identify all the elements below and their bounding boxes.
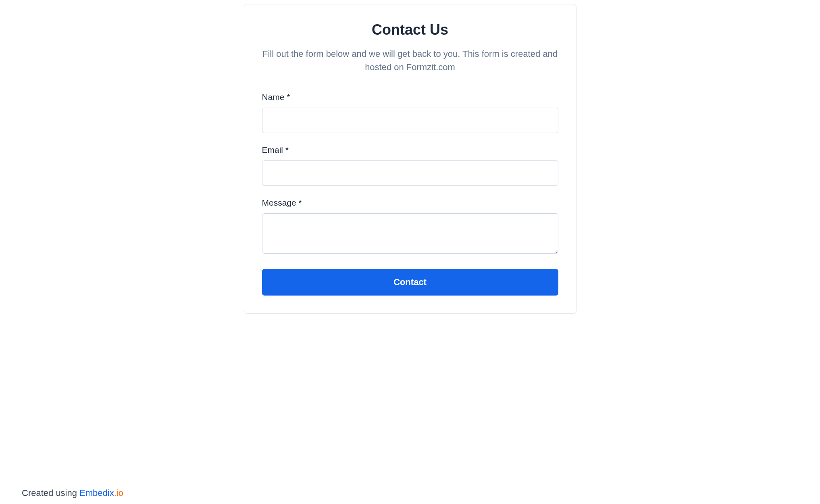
form-subtitle: Fill out the form below and we will get … bbox=[262, 47, 558, 74]
email-label: Email * bbox=[262, 145, 558, 155]
message-input[interactable] bbox=[262, 213, 558, 254]
name-input[interactable] bbox=[262, 108, 558, 133]
footer-brand: Embedix bbox=[79, 488, 114, 498]
form-title: Contact Us bbox=[262, 21, 558, 38]
email-input[interactable] bbox=[262, 160, 558, 186]
footer-link[interactable]: Embedix.io bbox=[79, 488, 123, 498]
footer-prefix: Created using bbox=[22, 488, 79, 498]
footer-tld: .io bbox=[114, 488, 123, 498]
message-field-group: Message * bbox=[262, 198, 558, 255]
name-label: Name * bbox=[262, 92, 558, 102]
contact-button[interactable]: Contact bbox=[262, 269, 558, 296]
message-label: Message * bbox=[262, 198, 558, 208]
name-field-group: Name * bbox=[262, 92, 558, 133]
email-field-group: Email * bbox=[262, 145, 558, 186]
contact-form-card: Contact Us Fill out the form below and w… bbox=[244, 4, 576, 314]
footer-credit: Created using Embedix.io bbox=[22, 488, 123, 498]
